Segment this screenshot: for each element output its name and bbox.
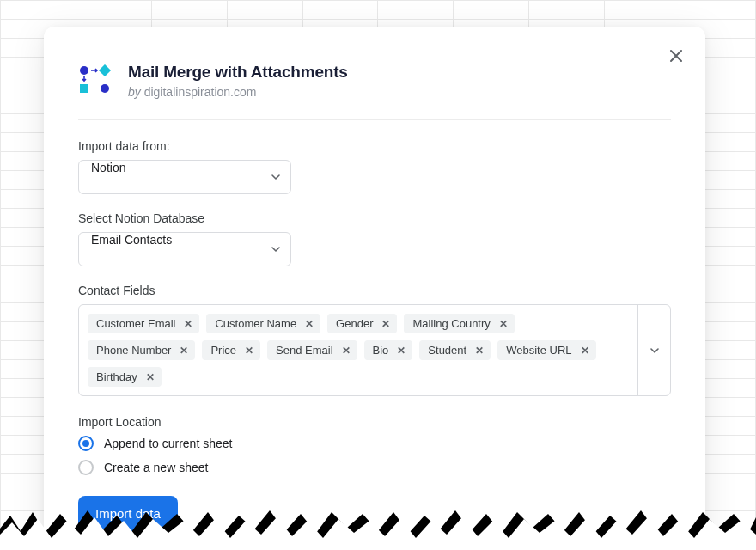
close-button[interactable] [666, 46, 686, 66]
field-chip[interactable]: Website URL✕ [497, 340, 595, 360]
import-location-option[interactable]: Append to current sheet [78, 436, 671, 451]
modal-byline: by digitalinspiration.com [128, 85, 348, 99]
contact-fields-label: Contact Fields [78, 284, 671, 297]
remove-chip-icon[interactable]: ✕ [581, 345, 589, 356]
remove-chip-icon[interactable]: ✕ [397, 345, 405, 356]
close-icon [669, 49, 683, 63]
remove-chip-icon[interactable]: ✕ [184, 319, 192, 329]
field-chip[interactable]: Student✕ [419, 340, 491, 360]
torn-edge-decoration [0, 507, 756, 550]
chevron-down-icon [649, 345, 660, 356]
database-select[interactable]: Email Contacts [78, 232, 291, 266]
remove-chip-icon[interactable]: ✕ [305, 319, 314, 329]
modal-header: Mail Merge with Attachments by digitalin… [78, 63, 671, 120]
field-chip-label: Student [428, 344, 466, 357]
database-label: Select Notion Database [78, 211, 671, 225]
remove-chip-icon[interactable]: ✕ [499, 319, 508, 329]
field-chip[interactable]: Customer Name✕ [206, 314, 320, 333]
import-from-label: Import data from: [78, 139, 671, 153]
field-chip-label: Customer Name [215, 317, 296, 330]
field-chip[interactable]: Bio✕ [364, 340, 413, 360]
field-chip[interactable]: Phone Number✕ [88, 340, 195, 360]
field-chip[interactable]: Mailing Country✕ [404, 314, 514, 333]
radio-button[interactable] [78, 436, 94, 451]
field-chip[interactable]: Customer Email✕ [88, 314, 199, 333]
import-location-group: Append to current sheetCreate a new shee… [78, 436, 671, 475]
radio-label: Create a new sheet [104, 461, 208, 474]
remove-chip-icon[interactable]: ✕ [342, 345, 351, 356]
remove-chip-icon[interactable]: ✕ [475, 345, 484, 356]
field-chip[interactable]: Birthday✕ [88, 367, 162, 387]
svg-point-3 [101, 84, 109, 93]
remove-chip-icon[interactable]: ✕ [245, 345, 253, 356]
remove-chip-icon[interactable]: ✕ [146, 372, 155, 382]
field-chip-label: Send Email [276, 344, 332, 357]
remove-chip-icon[interactable]: ✕ [381, 319, 390, 329]
field-chip-label: Bio [373, 344, 389, 357]
remove-chip-icon[interactable]: ✕ [180, 345, 188, 356]
field-chip[interactable]: Gender✕ [327, 314, 397, 333]
contact-fields-dropdown-toggle[interactable] [637, 305, 670, 395]
import-location-label: Import Location [78, 415, 671, 429]
field-chip-label: Birthday [96, 370, 137, 383]
app-icon [78, 64, 113, 95]
field-chip-label: Customer Email [96, 317, 175, 330]
svg-rect-2 [80, 84, 88, 93]
field-chip-label: Gender [336, 317, 373, 330]
contact-fields-input[interactable]: Customer Email✕Customer Name✕Gender✕Mail… [78, 304, 671, 396]
import-modal: Mail Merge with Attachments by digitalin… [44, 27, 705, 550]
import-location-option[interactable]: Create a new sheet [78, 460, 671, 475]
import-from-select[interactable]: Notion [78, 160, 291, 194]
field-chip-label: Phone Number [96, 344, 171, 357]
svg-point-0 [80, 66, 88, 75]
field-chip-label: Price [210, 344, 236, 357]
modal-title: Mail Merge with Attachments [128, 63, 348, 82]
field-chip[interactable]: Price✕ [202, 340, 260, 360]
radio-button[interactable] [78, 460, 94, 475]
field-chip-label: Website URL [506, 344, 571, 357]
field-chip-label: Mailing Country [412, 317, 490, 330]
field-chip[interactable]: Send Email✕ [267, 340, 357, 360]
radio-label: Append to current sheet [104, 437, 232, 450]
svg-rect-1 [99, 64, 111, 76]
